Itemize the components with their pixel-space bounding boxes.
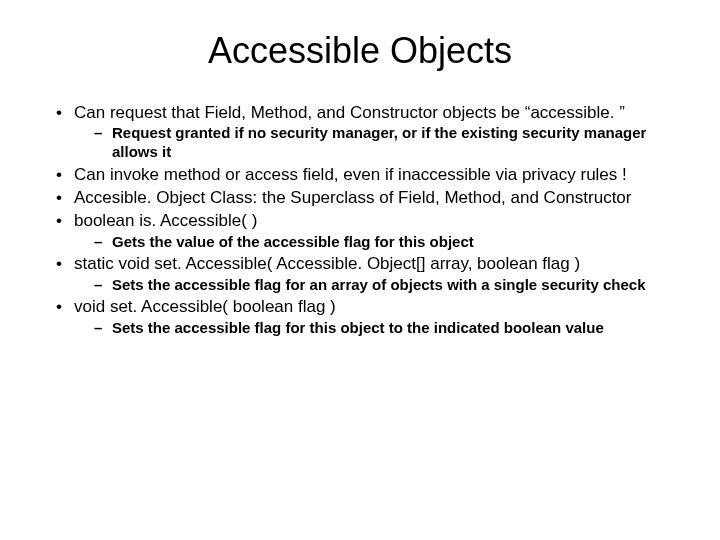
sub-list-item-text: Request granted if no security manager, … [112,124,646,160]
list-item: void set. Accessible( boolean flag ) Set… [52,296,680,337]
sub-list: Sets the accessible flag for an array of… [74,276,680,295]
list-item: Can request that Field, Method, and Cons… [52,102,680,162]
list-item: static void set. Accessible( Accessible.… [52,253,680,294]
bullet-list: Can request that Field, Method, and Cons… [40,102,680,337]
sub-list-item-text: Sets the accessible flag for an array of… [112,276,646,293]
slide-title: Accessible Objects [40,30,680,72]
list-item: Can invoke method or access field, even … [52,164,680,185]
list-item-text: Accesible. Object Class: the Superclass … [74,188,631,207]
list-item-text: Can invoke method or access field, even … [74,165,627,184]
list-item-text: static void set. Accessible( Accessible.… [74,254,580,273]
sub-list: Sets the accessible flag for this object… [74,319,680,338]
sub-list-item: Sets the accessible flag for this object… [92,319,680,338]
sub-list-item: Request granted if no security manager, … [92,124,680,162]
list-item: boolean is. Accessible( ) Gets the value… [52,210,680,251]
sub-list-item-text: Gets the value of the accessible flag fo… [112,233,474,250]
list-item: Accesible. Object Class: the Superclass … [52,187,680,208]
list-item-text: Can request that Field, Method, and Cons… [74,103,625,122]
sub-list: Request granted if no security manager, … [74,124,680,162]
sub-list: Gets the value of the accessible flag fo… [74,233,680,252]
sub-list-item: Gets the value of the accessible flag fo… [92,233,680,252]
sub-list-item-text: Sets the accessible flag for this object… [112,319,604,336]
list-item-text: boolean is. Accessible( ) [74,211,257,230]
list-item-text: void set. Accessible( boolean flag ) [74,297,336,316]
sub-list-item: Sets the accessible flag for an array of… [92,276,680,295]
